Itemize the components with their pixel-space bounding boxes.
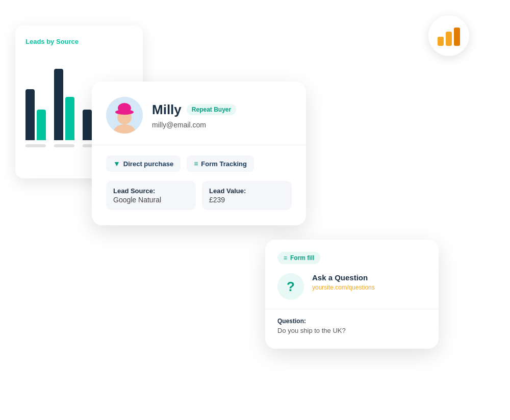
form-divider: [265, 309, 439, 309]
bar-label-1: [26, 144, 46, 147]
profile-card: Milly Repeat Buyer milly@email.com ▼ Dir…: [92, 82, 306, 225]
question-title: Ask a Question: [312, 273, 375, 282]
bar-teal-2: [65, 97, 74, 140]
form-question-row: ? Ask a Question yoursite.com/questions: [277, 273, 426, 300]
question-info: Ask a Question yoursite.com/questions: [312, 273, 375, 291]
tag-form-label: Form Tracking: [201, 160, 247, 168]
filter-icon: ▼: [113, 160, 120, 168]
bar-dark-3: [83, 110, 92, 140]
lead-value-box: Lead Value: £239: [202, 181, 292, 210]
tag-form-tracking: ≡ Form Tracking: [187, 155, 254, 172]
lead-source-label: Lead Source:: [113, 187, 189, 195]
divider-1: [92, 145, 306, 145]
bar-dark-2: [54, 69, 63, 140]
question-icon-circle: ?: [277, 273, 304, 300]
form-fill-label: Form fill: [290, 254, 314, 261]
tag-direct-label: Direct purchase: [123, 160, 173, 168]
profile-email: milly@email.com: [152, 121, 292, 129]
form-question-label: Question:: [277, 318, 426, 325]
form-fill-card: ≡ Form fill ? Ask a Question yoursite.co…: [265, 240, 439, 349]
svg-rect-2: [454, 28, 460, 46]
form-icon: ≡: [194, 160, 198, 168]
analytics-icon: [428, 15, 469, 56]
lead-value-label: Lead Value:: [209, 187, 285, 195]
scene: Leads by Source: [0, 0, 510, 420]
bar-group-2: [54, 69, 74, 147]
leads-card-title: Leads by Source: [26, 38, 133, 45]
bar-label-2: [54, 144, 74, 147]
question-url: yoursite.com/questions: [312, 284, 375, 291]
tags-row: ▼ Direct purchase ≡ Form Tracking: [106, 155, 292, 172]
form-question-text: Do you ship to the UK?: [277, 327, 426, 334]
form-fill-badge: ≡ Form fill: [277, 252, 320, 264]
lead-value-value: £239: [209, 196, 285, 204]
bar-dark-1: [26, 89, 35, 140]
bar-container-2: [54, 69, 74, 140]
profile-name-row: Milly Repeat Buyer: [152, 102, 292, 118]
profile-header: Milly Repeat Buyer milly@email.com: [106, 97, 292, 134]
form-fill-icon: ≡: [284, 254, 287, 261]
repeat-buyer-badge: Repeat Buyer: [187, 104, 236, 115]
profile-info: Milly Repeat Buyer milly@email.com: [152, 102, 292, 129]
svg-rect-1: [446, 32, 452, 46]
tag-direct-purchase: ▼ Direct purchase: [106, 155, 181, 172]
bar-group-1: [26, 89, 46, 147]
lead-source-box: Lead Source: Google Natural: [106, 181, 196, 210]
info-row: Lead Source: Google Natural Lead Value: …: [106, 181, 292, 210]
bar-teal-1: [37, 110, 46, 140]
profile-name: Milly: [152, 102, 182, 118]
svg-rect-0: [438, 37, 444, 46]
lead-source-value: Google Natural: [113, 196, 189, 204]
svg-point-7: [118, 103, 131, 113]
bar-container-1: [26, 89, 46, 140]
avatar: [106, 97, 143, 134]
